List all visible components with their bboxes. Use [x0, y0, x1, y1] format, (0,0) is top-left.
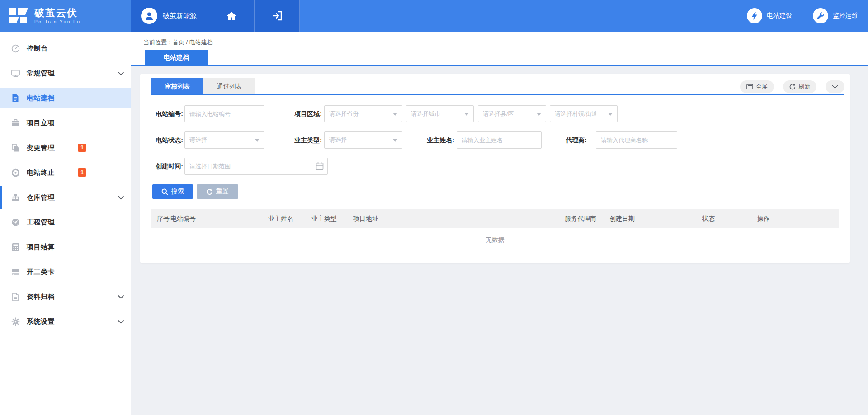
col-create-date: 创建日期 [609, 209, 635, 228]
logout-icon [272, 11, 283, 21]
col-station-no: 电站编号 [170, 209, 196, 228]
sidebar-item-station-archive[interactable]: 电站建档 [0, 88, 131, 108]
sidebar-item-label: 系统设置 [27, 317, 55, 326]
filter-panel-card: 审核列表 通过列表 全屏 刷新 电站编号: 项目区域: 请选择省份 请选择城市 … [140, 74, 850, 263]
chevron-down-icon [832, 85, 838, 89]
sidebar-item-engineering-mgmt[interactable]: 工程管理 [0, 212, 131, 232]
chevron-down-icon [118, 72, 124, 75]
nav-monitor-ops[interactable]: 监控运维 [813, 8, 858, 23]
region-label: 项目区域: [267, 105, 322, 122]
tab-passed-list[interactable]: 通过列表 [203, 78, 255, 95]
sidebar-item-change-mgmt[interactable]: 变更管理 1 [0, 138, 131, 158]
reset-button[interactable]: 重置 [197, 184, 238, 199]
sidebar-item-label: 控制台 [27, 44, 48, 53]
create-time-label: 创建时间: [140, 158, 183, 175]
station-status-label: 电站状态: [140, 131, 183, 149]
monitor-icon [11, 69, 20, 78]
briefcase-icon [11, 118, 20, 127]
home-icon [226, 11, 236, 21]
breadcrumb-bar: 当前位置：首页 / 电站建档 电站建档 [131, 32, 868, 66]
owner-type-label: 业主类型: [267, 131, 322, 149]
sidebar-item-label: 电站终止 [27, 168, 55, 177]
company-name: 破茧新能源 [163, 12, 197, 20]
document-icon [11, 93, 20, 103]
station-status-select[interactable]: 请选择 [184, 131, 264, 149]
sidebar-item-project-settlement[interactable]: 项目结算 [0, 237, 131, 257]
change-mgmt-badge: 1 [78, 144, 86, 152]
search-label: 搜索 [171, 187, 184, 196]
breadcrumb-current: 电站建档 [189, 39, 213, 46]
nav-station-build-label: 电站建设 [767, 12, 792, 20]
main-content: 当前位置：首页 / 电站建档 电站建档 审核列表 通过列表 全屏 刷新 电站编号… [131, 32, 868, 415]
archive-file-icon [11, 292, 20, 301]
page-tab-station-archive[interactable]: 电站建档 [145, 50, 208, 65]
sidebar-item-warehouse-mgmt[interactable]: 仓库管理 [0, 187, 131, 207]
sidebar-item-data-archive[interactable]: 资料归档 [0, 287, 131, 307]
station-termination-badge: 1 [78, 168, 86, 177]
gear-icon [11, 317, 20, 326]
province-select[interactable]: 请选择省份 [324, 105, 402, 122]
date-range-input[interactable] [184, 158, 328, 175]
logout-button[interactable] [254, 0, 300, 32]
sidebar-item-system-settings[interactable]: 系统设置 [0, 312, 131, 331]
user-menu[interactable]: 破茧新能源 [131, 0, 208, 32]
record-circle-icon [11, 168, 20, 177]
copy-pages-icon [11, 143, 20, 152]
col-owner-type: 业主类型 [311, 209, 337, 228]
sidebar-item-console[interactable]: 控制台 [0, 38, 131, 58]
search-button[interactable]: 搜索 [152, 184, 193, 199]
chevron-down-icon [118, 320, 124, 324]
chevron-down-icon [118, 295, 124, 299]
logo-title: 破茧云伏 [34, 8, 81, 19]
refresh-icon [789, 84, 796, 90]
fullscreen-icon [746, 84, 753, 89]
wrench-icon [813, 8, 828, 23]
village-select[interactable]: 请选择村镇/街道 [550, 105, 618, 122]
owner-type-select[interactable]: 请选择 [324, 131, 402, 149]
date-range-picker[interactable] [184, 158, 328, 175]
reset-label: 重置 [216, 187, 229, 196]
logo-icon [8, 5, 29, 26]
sidebar-item-project-initiation[interactable]: 项目立项 [0, 113, 131, 133]
header-middle-section: 破茧新能源 [131, 0, 300, 32]
bank-card-icon [11, 267, 20, 276]
col-owner-name: 业主姓名 [268, 209, 293, 228]
fullscreen-button[interactable]: 全屏 [740, 80, 774, 93]
sidebar: 控制台 常规管理 电站建档 项目立项 变更管理 1 电站终止 1 [0, 32, 131, 415]
sitemap-icon [11, 193, 20, 202]
sidebar-item-station-termination[interactable]: 电站终止 1 [0, 163, 131, 182]
col-status: 状态 [702, 209, 715, 228]
col-actions: 操作 [757, 209, 770, 228]
refresh-button[interactable]: 刷新 [783, 80, 816, 93]
sidebar-item-general-mgmt[interactable]: 常规管理 [0, 63, 131, 83]
calculator-icon [11, 242, 20, 252]
gauge-icon [11, 44, 20, 53]
dashboard-icon [11, 218, 20, 227]
owner-name-label: 业主姓名: [402, 131, 454, 149]
breadcrumb-home-link[interactable]: 首页 [173, 39, 184, 46]
owner-name-input[interactable] [457, 131, 542, 149]
sidebar-item-label: 电站建档 [27, 94, 55, 103]
sidebar-item-open-card[interactable]: 开二类卡 [0, 262, 131, 282]
city-select[interactable]: 请选择城市 [406, 105, 474, 122]
empty-table-message: 无数据 [151, 236, 839, 244]
calendar-icon [316, 162, 324, 170]
lightning-icon [747, 8, 762, 23]
sidebar-item-label: 资料归档 [27, 293, 55, 301]
tab-underline [151, 94, 844, 95]
search-icon [161, 188, 168, 195]
agent-input[interactable] [596, 131, 677, 149]
chevron-down-icon [118, 196, 124, 200]
sidebar-item-label: 仓库管理 [27, 193, 55, 202]
col-agent: 服务代理商 [565, 209, 596, 228]
county-select[interactable]: 请选择县/区 [478, 105, 546, 122]
station-no-input[interactable] [184, 105, 264, 122]
home-button[interactable] [208, 0, 254, 32]
logo-subtitle: Po Jian Yun Fu [34, 19, 81, 24]
app-header: 破茧云伏 Po Jian Yun Fu 破茧新能源 电站建设 [0, 0, 868, 32]
sidebar-item-label: 变更管理 [27, 144, 55, 152]
nav-station-build[interactable]: 电站建设 [747, 8, 792, 23]
collapse-panel-button[interactable] [826, 80, 844, 93]
tab-review-list[interactable]: 审核列表 [151, 78, 203, 95]
col-seq: 序号 [157, 209, 170, 228]
